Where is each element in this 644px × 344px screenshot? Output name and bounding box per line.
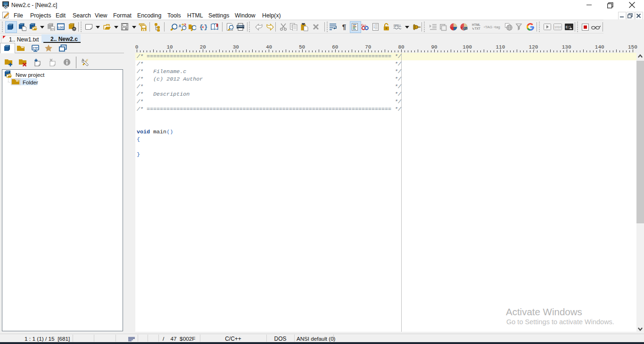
svg-text:A: A <box>179 24 182 29</box>
svg-text:FTP: FTP <box>33 46 38 49</box>
svg-text:¶: ¶ <box>342 23 346 31</box>
svg-text:‹tag: ‹tag <box>494 25 500 29</box>
svg-text:↳TXT: ↳TXT <box>472 27 480 30</box>
svg-text:#10: #10 <box>462 27 468 30</box>
svg-text:‹TAG: ‹TAG <box>484 25 493 29</box>
svg-text:+: + <box>202 25 204 30</box>
svg-text:C++: C++ <box>361 24 366 26</box>
svg-text:HTML: HTML <box>472 23 480 26</box>
svg-text:1010: 1010 <box>554 25 561 29</box>
svg-text:LOG: LOG <box>58 26 64 29</box>
svg-text:}: } <box>204 24 208 31</box>
svg-text:SPELL: SPELL <box>394 24 402 27</box>
